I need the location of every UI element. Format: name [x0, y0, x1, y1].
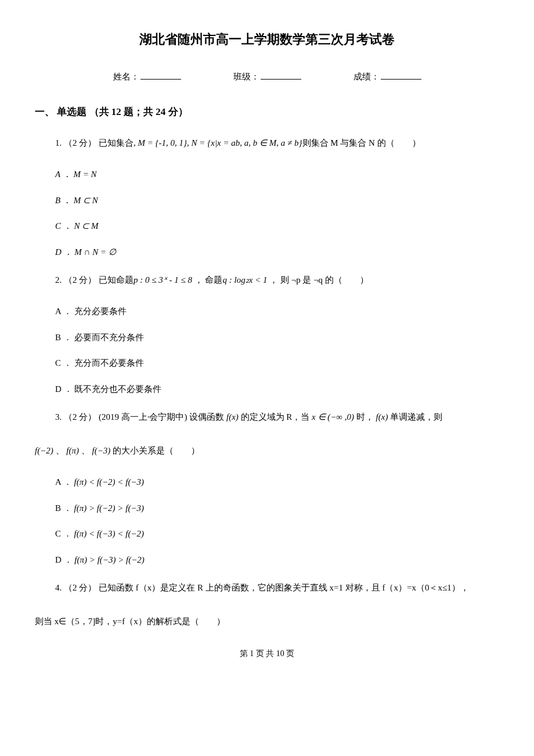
q2-option-b[interactable]: B ． 必要而不充分条件: [55, 331, 499, 344]
score-field: 成绩：: [353, 70, 421, 84]
q2-stem-b: ， 命题: [192, 275, 223, 285]
q3-stem-c: 时，: [354, 412, 376, 422]
page-title: 湖北省随州市高一上学期数学第三次月考试卷: [35, 29, 499, 49]
score-blank[interactable]: [381, 70, 421, 80]
q3-option-b[interactable]: B ． f(π) > f(−2) > f(−3): [55, 502, 499, 515]
q2-stem-c: ， 则 ¬p 是 ¬q 的（ ）: [267, 275, 368, 285]
q1-options: A ． M = N B ． M ⊂ N C ． N ⊂ M D ． M ∩ N …: [55, 168, 499, 258]
question-3-line1: 3. （2 分） (2019 高一上·会宁期中) 设偶函数 f(x) 的定义域为…: [55, 408, 499, 426]
q1-stem-prefix: 1. （2 分） 已知集合,: [55, 138, 138, 147]
q2-option-a[interactable]: A ． 充分必要条件: [55, 305, 499, 318]
q3-optB-label: B ．: [55, 503, 74, 513]
q3-options: A ． f(π) < f(−2) < f(−3) B ． f(π) > f(−2…: [55, 476, 499, 566]
q3-fx2: f(x): [376, 412, 388, 422]
question-2: 2. （2 分） 已知命题p : 0 ≤ 3ˣ - 1 ≤ 8 ， 命题q : …: [55, 271, 499, 289]
q3-line2-c: f(π): [66, 446, 79, 455]
q1-option-b[interactable]: B ． M ⊂ N: [55, 194, 499, 207]
q3-optA-label: A ．: [55, 477, 74, 487]
q2-stem-p: p : 0 ≤ 3ˣ - 1 ≤ 8: [134, 275, 192, 285]
score-label: 成绩：: [353, 70, 380, 84]
student-info-row: 姓名： 班级： 成绩：: [35, 70, 499, 84]
q3-optA-math: f(π) < f(−2) < f(−3): [74, 477, 144, 487]
q2-stem-a: 2. （2 分） 已知命题: [55, 275, 134, 285]
q3-optC-label: C ．: [55, 529, 74, 538]
q1-stem-suffix: 则集合 M 与集合 N 的（ ）: [302, 138, 421, 147]
q3-line2-e: f(−3): [92, 446, 110, 455]
question-4-line1: 4. （2 分） 已知函数 f（x）是定义在 R 上的奇函数，它的图象关于直线 …: [55, 579, 499, 596]
q3-optB-math: f(π) > f(−2) > f(−3): [74, 503, 144, 513]
q2-options: A ． 充分必要条件 B ． 必要而不充分条件 C ． 充分而不必要条件 D ．…: [55, 305, 499, 395]
q3-range: x ∈ (−∞ ,0): [312, 412, 354, 422]
q3-optD-label: D ．: [55, 555, 74, 564]
name-label: 姓名：: [113, 70, 139, 84]
q1-option-a[interactable]: A ． M = N: [55, 168, 499, 181]
question-1: 1. （2 分） 已知集合, M = {-1, 0, 1}, N = {x|x …: [55, 134, 499, 152]
class-label: 班级：: [233, 70, 259, 84]
q3-option-a[interactable]: A ． f(π) < f(−2) < f(−3): [55, 476, 499, 489]
q1-option-c[interactable]: C ． N ⊂ M: [55, 219, 499, 233]
page-footer: 第 1 页 共 10 页: [35, 647, 499, 660]
class-field: 班级：: [233, 70, 301, 84]
q3-line2-a: f(−2): [35, 446, 53, 455]
class-blank[interactable]: [261, 70, 301, 80]
q3-line2-d: 、: [79, 446, 92, 455]
q1-stem-math: M = {-1, 0, 1}, N = {x|x = ab, a, b ∈ M,…: [138, 138, 302, 147]
name-field: 姓名：: [113, 70, 181, 84]
q3-option-c[interactable]: C ． f(π) < f(−3) < f(−2): [55, 527, 499, 541]
q3-optC-math: f(π) < f(−3) < f(−2): [74, 529, 144, 538]
q3-line2-f: 的大小关系是（ ）: [110, 446, 200, 455]
name-blank[interactable]: [140, 70, 181, 80]
section-1-header: 一、 单选题 （共 12 题；共 24 分）: [35, 104, 499, 120]
q3-stem-a: 3. （2 分） (2019 高一上·会宁期中) 设偶函数: [55, 412, 226, 422]
q2-stem-q: q : log₂x < 1: [222, 275, 267, 285]
q3-stem-d: 单调递减，则: [388, 412, 442, 422]
q3-optD-math: f(π) > f(−3) > f(−2): [74, 555, 144, 564]
q3-option-d[interactable]: D ． f(π) > f(−3) > f(−2): [55, 553, 499, 567]
q3-fx1: f(x): [226, 412, 239, 422]
q1-option-d[interactable]: D ． M ∩ N = ∅: [55, 246, 499, 259]
question-3-line2: f(−2) 、 f(π) 、 f(−3) 的大小关系是（ ）: [35, 442, 499, 459]
q3-line2-b: 、: [53, 446, 67, 455]
q2-option-d[interactable]: D ． 既不充分也不必要条件: [55, 383, 499, 396]
question-4-line2: 则当 x∈（5，7]时，y=f（x）的解析式是（ ）: [35, 613, 499, 630]
q3-stem-b: 的定义域为 R，当: [239, 412, 312, 422]
q2-option-c[interactable]: C ． 充分而不必要条件: [55, 357, 499, 370]
